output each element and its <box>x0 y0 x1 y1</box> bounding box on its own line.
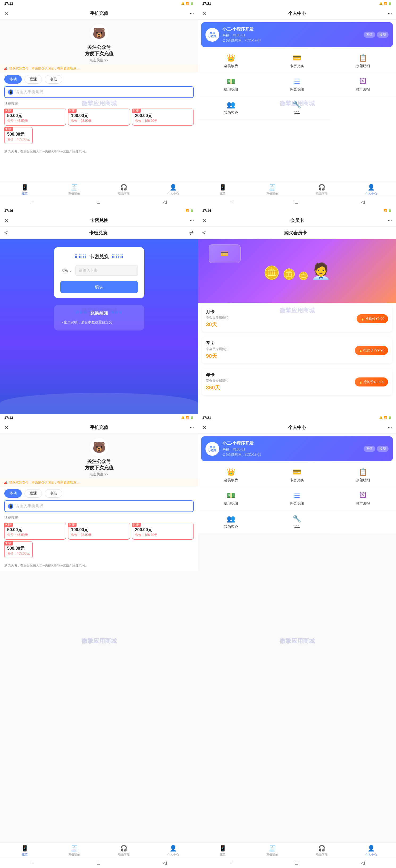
mi-6-3[interactable]: 💵 提现明细 <box>198 487 264 510</box>
vip-plan-month[interactable]: 月卡 享会员专属折扣 30天 🔥抢购价¥9.90 <box>202 306 392 332</box>
nav-history-2[interactable]: 🧾 充值记录 <box>248 184 297 196</box>
confirm-button[interactable]: 确认 <box>60 281 138 293</box>
top-nav-4: ✕ 会员卡 ··· <box>198 214 396 227</box>
recharge-button[interactable]: 充值 <box>364 32 375 38</box>
banner-area-5: 🐻 关注公众号方便下次充值 点击关注 >> <box>0 434 198 479</box>
nav-recharge-1[interactable]: 📱 充值 <box>0 184 50 196</box>
balance-icon: 📋 <box>359 54 367 62</box>
nav-p-6[interactable]: 👤 个人中心 <box>346 845 396 857</box>
nav-s-5[interactable]: 🎧 联系客服 <box>99 845 148 857</box>
recharge-grid: 9.3折 50.00元 售价：46.50元 9.3折 100.00元 售价：93… <box>0 107 198 127</box>
mi-6-6[interactable]: 👥 我的客户 <box>198 510 264 534</box>
plan-price-btn-1[interactable]: 🔥抢购价¥29.90 <box>355 346 388 355</box>
carrier-unicom[interactable]: 联通 <box>24 75 42 84</box>
carrier-mobile-5[interactable]: 移动 <box>4 489 22 498</box>
rc-5-3[interactable]: 9.3折 500.00元 售价：465.00元 <box>4 541 33 558</box>
close-icon-4[interactable]: ✕ <box>202 217 207 223</box>
more-icon-6[interactable]: ··· <box>388 424 392 431</box>
vip-plan-year[interactable]: 年卡 享会员专属折扣 360天 🔥抢购价¥99.00 <box>202 369 392 395</box>
more-icon-5[interactable]: ··· <box>190 424 194 431</box>
rc-5-2[interactable]: 9.3折 200.00元 售价：186.00元 <box>132 523 194 540</box>
nav-history-1[interactable]: 🧾 充值记录 <box>50 184 99 196</box>
rc-5-1[interactable]: 9.3折 100.00元 售价：93.00元 <box>68 523 130 540</box>
plan-price-btn-0[interactable]: 🔥抢购价¥9.90 <box>357 314 388 323</box>
nav-p-5[interactable]: 👤 个人中心 <box>148 845 198 857</box>
carrier-mobile[interactable]: 移动 <box>4 75 22 84</box>
back-icon-3[interactable]: < <box>4 229 8 236</box>
android-back-1[interactable]: ◁ <box>163 199 167 205</box>
menu-item-4[interactable]: ☰ 佣金明细 <box>264 73 330 96</box>
recharge-card-2[interactable]: 9.3折 200.00元 售价：186.00元 <box>132 108 194 126</box>
page-title-3: 卡密兑换 <box>90 217 108 223</box>
nav-r-5[interactable]: 📱 充值 <box>0 845 50 857</box>
page-title-5: 手机充值 <box>90 425 108 431</box>
recharge-btn-6[interactable]: 充值 <box>364 446 375 452</box>
plan-price-btn-2[interactable]: 🔥抢购价¥99.00 <box>355 377 388 386</box>
more-icon-3[interactable]: ··· <box>190 217 194 224</box>
menu-item-2[interactable]: 📋 余额明细 <box>330 50 396 73</box>
close-icon-3[interactable]: ✕ <box>4 217 9 223</box>
phone-input[interactable]: 请输入手机号码 <box>16 90 43 95</box>
more-icon-2[interactable]: ··· <box>388 10 392 17</box>
card-password-input[interactable]: 请输入卡密 <box>76 265 138 276</box>
filter-icon-3[interactable]: ⇄ <box>189 229 194 236</box>
menu-item-6[interactable]: 👥 我的客户 <box>198 96 264 120</box>
mi-6-4[interactable]: ☰ 佣金明细 <box>264 487 330 510</box>
close-icon-6[interactable]: ✕ <box>202 424 207 431</box>
recharge-card-3[interactable]: 9.3折 500.00元 售价：465.00元 <box>4 127 33 144</box>
vip-plan-season[interactable]: 季卡 享会员专属折扣 90天 🔥抢购价¥29.90 <box>202 337 392 363</box>
rc-5-0[interactable]: 9.3折 50.00元 售价：46.50元 <box>4 523 66 540</box>
nav-r-6[interactable]: 📱 充值 <box>198 845 248 857</box>
nav-profile-2[interactable]: 👤 个人中心 <box>346 184 396 196</box>
recharge-card-0[interactable]: 9.3折 50.00元 售价：46.50元 <box>4 108 66 126</box>
phone-input-5[interactable]: 📱 请输入手机号码 <box>4 500 194 512</box>
nav-service-1[interactable]: 🎧 联系客服 <box>99 184 148 196</box>
carrier-unicom-5[interactable]: 联通 <box>24 489 42 498</box>
plan-desc-2: 享会员专属折扣 <box>206 378 228 383</box>
carrier-telecom-5[interactable]: 电信 <box>45 489 62 498</box>
menu-item-7[interactable]: 🔧 111 <box>264 96 330 120</box>
mi-6-7[interactable]: 🔧 111 <box>264 510 330 534</box>
follow-button[interactable]: 点击关注 >> <box>90 58 108 63</box>
notice-card-title: ⠿⠿⠿ 兑换须知 ⠿⠿⠿ <box>60 310 138 316</box>
carrier-telecom[interactable]: 电信 <box>45 75 62 84</box>
nav-profile-1[interactable]: 👤 个人中心 <box>148 184 198 196</box>
android-back-2[interactable]: ◁ <box>361 199 365 205</box>
commission-icon: ☰ <box>294 77 300 86</box>
coins-icon: 🪙 <box>263 265 280 281</box>
sub-title-4: 购买会员卡 <box>284 230 307 236</box>
menu-item-1[interactable]: 💳 卡密兑换 <box>264 50 330 73</box>
withdraw-button[interactable]: 提现 <box>377 32 389 38</box>
nav-service-2[interactable]: 🎧 联系客服 <box>297 184 346 196</box>
follow-button-5[interactable]: 点击关注 >> <box>90 472 108 477</box>
menu-label-6: 我的客户 <box>224 111 238 115</box>
mi-6-5[interactable]: 🖼 推广海报 <box>330 487 396 510</box>
android-home-1[interactable]: □ <box>97 199 100 205</box>
mi-6-0[interactable]: 👑 会员续费 <box>198 464 264 487</box>
menu-item-3[interactable]: 💵 提现明细 <box>198 73 264 96</box>
close-icon-2[interactable]: ✕ <box>202 10 207 17</box>
banner-area: 🐻 关注公众号 方便下次充值 点击关注 >> <box>0 20 198 65</box>
menu-item-5[interactable]: 🖼 推广海报 <box>330 73 396 96</box>
more-icon-1[interactable]: ··· <box>190 10 194 17</box>
nav-s-6[interactable]: 🎧 联系客服 <box>297 845 346 857</box>
nav-recharge-2[interactable]: 📱 充值 <box>198 184 248 196</box>
crown-icon: 👑 <box>227 54 235 62</box>
back-icon-4[interactable]: < <box>202 229 206 236</box>
menu-item-0[interactable]: 👑 会员续费 <box>198 50 264 73</box>
mi-6-2[interactable]: 📋 余额明细 <box>330 464 396 487</box>
nav-h-6[interactable]: 🧾 充值记录 <box>248 845 297 857</box>
phone-input-area[interactable]: 📱 请输入手机号码 <box>4 86 194 98</box>
recharge-card-1[interactable]: 9.3折 100.00元 售价：93.00元 <box>68 108 130 126</box>
more-icon-4[interactable]: ··· <box>388 217 392 224</box>
bottom-nav-6: 📱 充值 🧾 充值记录 🎧 联系客服 👤 个人中心 <box>198 842 396 858</box>
notice-card: ⠿⠿⠿ 兑换须知 ⠿⠿⠿ 卡密页说明，后台参数设置自定义 <box>54 305 144 331</box>
close-icon-1[interactable]: ✕ <box>4 10 9 17</box>
android-menu-1[interactable]: ≡ <box>31 199 34 205</box>
mi-6-1[interactable]: 💳 卡密兑换 <box>264 464 330 487</box>
close-icon-5[interactable]: ✕ <box>4 424 9 431</box>
android-menu-2[interactable]: ≡ <box>229 199 232 205</box>
withdraw-btn-6[interactable]: 提现 <box>377 446 389 452</box>
android-home-2[interactable]: □ <box>295 199 298 205</box>
nav-h-5[interactable]: 🧾 充值记录 <box>50 845 99 857</box>
